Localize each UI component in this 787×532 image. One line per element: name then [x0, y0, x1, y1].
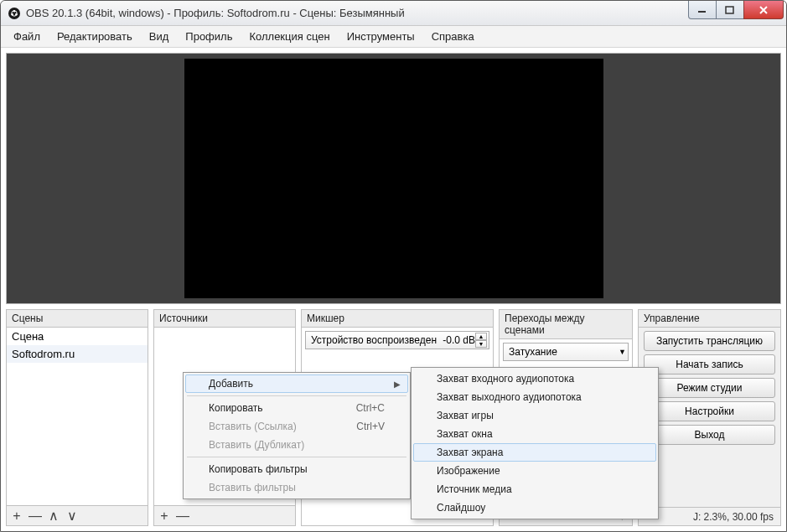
src-slideshow[interactable]: Слайдшоу	[413, 498, 656, 517]
src-audio-input[interactable]: Захват входного аудиопотока	[413, 369, 656, 388]
add-source-submenu: Захват входного аудиопотока Захват выход…	[411, 367, 659, 519]
mixer-device-row[interactable]: Устройство воспроизведен -0.0 dB ▲ ▼	[305, 331, 489, 349]
mixer-db-value: -0.0 dB	[443, 334, 475, 346]
move-scene-up-button[interactable]: ∧	[47, 508, 60, 524]
start-streaming-button[interactable]: Запустить трансляцию	[644, 331, 775, 351]
ctx-paste-ref: Вставить (Ссылка) Ctrl+V	[185, 417, 408, 436]
status-bar: J: 2.3%, 30.00 fps	[639, 507, 780, 525]
maximize-button[interactable]	[716, 1, 744, 19]
add-source-button[interactable]: +	[158, 509, 171, 524]
db-spin-down-icon[interactable]: ▼	[475, 340, 487, 348]
src-game-capture[interactable]: Захват игры	[413, 406, 656, 425]
separator	[187, 395, 406, 396]
menu-view[interactable]: Вид	[142, 28, 177, 45]
remove-source-button[interactable]: —	[176, 509, 189, 524]
studio-mode-button[interactable]: Режим студии	[644, 378, 775, 398]
close-button[interactable]	[743, 1, 784, 19]
svg-rect-5	[698, 11, 706, 13]
dropdown-icon: ▼	[619, 348, 626, 356]
separator	[187, 457, 406, 457]
svg-point-2	[13, 9, 16, 12]
app-icon	[8, 7, 21, 20]
sources-header: Источники	[154, 310, 295, 328]
menu-profile[interactable]: Профиль	[178, 28, 240, 45]
status-text: J: 2.3%, 30.00 fps	[693, 511, 774, 523]
ctx-paste-filters: Вставить фильтры	[185, 478, 408, 497]
scenes-list[interactable]: Сцена Softodrom.ru	[7, 328, 148, 505]
src-media[interactable]: Источник медиа	[413, 480, 656, 498]
svg-rect-6	[726, 7, 733, 13]
ctx-paste-dup: Вставить (Дубликат)	[185, 436, 408, 454]
remove-scene-button[interactable]: —	[28, 509, 42, 524]
controls-header: Управление	[639, 310, 780, 328]
scenes-header: Сцены	[7, 310, 148, 328]
scenes-panel: Сцены Сцена Softodrom.ru + — ∧ ∨	[6, 309, 148, 526]
submenu-arrow-icon: ▶	[394, 380, 401, 389]
menubar: Файл Редактировать Вид Профиль Коллекция…	[1, 26, 786, 48]
src-window-capture[interactable]: Захват окна	[413, 425, 656, 443]
src-audio-output[interactable]: Захват выходного аудиопотока	[413, 388, 656, 406]
add-scene-button[interactable]: +	[10, 509, 23, 524]
window-title: OBS 20.1.3 (64bit, windows) - Профиль: S…	[26, 7, 689, 19]
menu-file[interactable]: Файл	[6, 28, 48, 45]
sources-context-menu: Добавить ▶ Копировать Ctrl+C Вставить (С…	[183, 372, 411, 499]
preview-area	[6, 53, 781, 304]
ctx-add[interactable]: Добавить ▶	[185, 374, 408, 393]
mixer-header: Микшер	[302, 310, 493, 328]
scene-item[interactable]: Сцена	[7, 328, 148, 345]
svg-point-4	[15, 13, 18, 16]
menu-scene-collection[interactable]: Коллекция сцен	[241, 28, 337, 45]
menu-tools[interactable]: Инструменты	[339, 28, 422, 45]
settings-button[interactable]: Настройки	[644, 401, 775, 421]
scene-item[interactable]: Softodrom.ru	[7, 345, 148, 363]
controls-panel: Управление Запустить трансляцию Начать з…	[638, 309, 781, 526]
menu-edit[interactable]: Редактировать	[49, 28, 140, 45]
db-spin-up-icon[interactable]: ▲	[475, 333, 487, 340]
src-image[interactable]: Изображение	[413, 462, 656, 480]
move-scene-down-button[interactable]: ∨	[65, 508, 79, 524]
transition-selected: Затухание	[509, 346, 557, 358]
menu-help[interactable]: Справка	[424, 28, 482, 45]
start-recording-button[interactable]: Начать запись	[644, 354, 775, 374]
svg-point-3	[11, 13, 13, 16]
transition-select[interactable]: Затухание ▼	[503, 343, 629, 361]
ctx-copy-filters[interactable]: Копировать фильтры	[185, 460, 408, 478]
titlebar: OBS 20.1.3 (64bit, windows) - Профиль: S…	[1, 1, 786, 26]
mixer-device-label: Устройство воспроизведен	[311, 334, 439, 346]
ctx-copy[interactable]: Копировать Ctrl+C	[185, 399, 408, 417]
transitions-header: Переходы между сценами	[500, 310, 632, 339]
exit-button[interactable]: Выход	[644, 425, 775, 445]
preview-canvas[interactable]	[184, 59, 603, 298]
svg-point-0	[8, 8, 20, 19]
src-display-capture[interactable]: Захват экрана	[413, 443, 656, 462]
minimize-button[interactable]	[688, 1, 717, 19]
